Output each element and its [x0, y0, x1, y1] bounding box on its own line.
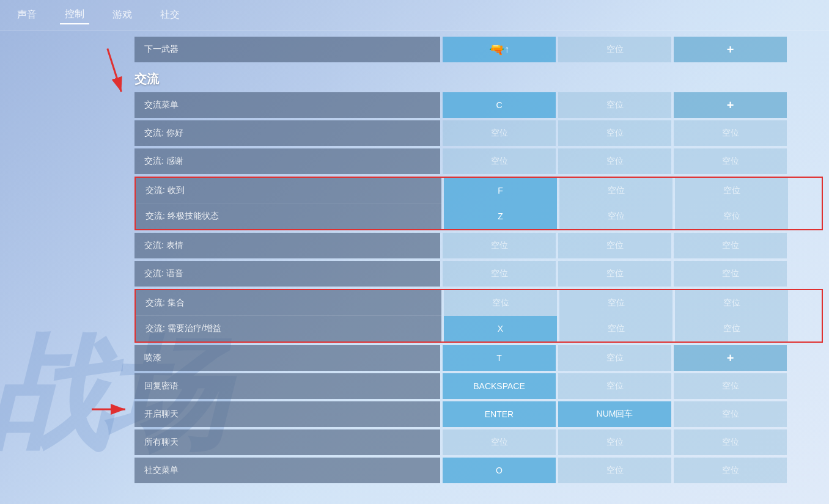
label-social-menu: 社交菜单	[134, 458, 440, 483]
slot-comm-received-2[interactable]: 空位	[559, 178, 672, 203]
slot-comm-ult-2[interactable]: 空位	[559, 203, 672, 229]
highlight-group-1: 交流: 收到 F 空位 空位 交流: 终极技能状态 Z 空位 空位	[134, 177, 823, 230]
label-comm-received: 交流: 收到	[136, 178, 441, 203]
slot-comm-emote-1[interactable]: 空位	[443, 233, 556, 258]
slot-reply-1[interactable]: BACKSPACE	[443, 373, 556, 399]
row-comm-hello: 交流: 你好 空位 空位 空位	[134, 120, 823, 146]
label-spray: 喷漆	[134, 345, 440, 371]
slot-comm-heal-2[interactable]: 空位	[559, 316, 672, 341]
section-header-communication: 交流	[134, 65, 823, 92]
slot-reply-3[interactable]: 空位	[674, 373, 787, 399]
row-comm-gather: 交流: 集合 空位 空位 空位	[136, 290, 822, 316]
slot-comm-heal-3[interactable]: 空位	[675, 316, 788, 341]
row-comm-ult: 交流: 终极技能状态 Z 空位 空位	[136, 203, 822, 229]
label-next-weapon: 下一武器	[134, 37, 440, 62]
slot-comm-gather-2[interactable]: 空位	[559, 290, 672, 316]
slot-comm-voice-1[interactable]: 空位	[443, 261, 556, 287]
slot-comm-gather-3[interactable]: 空位	[675, 290, 788, 316]
row-comm-menu: 交流菜单 C 空位 +	[134, 92, 823, 118]
slot-comm-voice-3[interactable]: 空位	[674, 261, 787, 287]
highlight-group-2: 交流: 集合 空位 空位 空位 交流: 需要治疗/增益 X 空位 空位	[134, 289, 823, 343]
slot-social-menu-3[interactable]: 空位	[674, 458, 787, 483]
slot-comm-thanks-2[interactable]: 空位	[558, 148, 671, 174]
label-comm-heal: 交流: 需要治疗/增益	[136, 316, 441, 341]
slot-comm-emote-3[interactable]: 空位	[674, 233, 787, 258]
slot-comm-received-3[interactable]: 空位	[675, 178, 788, 203]
slot-spray-2[interactable]: 空位	[558, 345, 671, 371]
svg-line-1	[92, 48, 137, 92]
slot-comm-menu-2[interactable]: 空位	[558, 92, 671, 118]
weapon-icon: 🔫	[489, 42, 504, 57]
slot-open-chat-1[interactable]: ENTER	[443, 401, 556, 427]
slot-spray-3[interactable]: +	[674, 345, 787, 371]
slot-comm-thanks-1[interactable]: 空位	[443, 148, 556, 174]
slot-comm-received-1[interactable]: F	[444, 178, 557, 203]
slot-comm-gather-1[interactable]: 空位	[444, 290, 557, 316]
label-comm-voice: 交流: 语音	[134, 261, 440, 287]
label-comm-menu: 交流菜单	[134, 92, 440, 118]
nav-item-social[interactable]: 社交	[155, 6, 185, 24]
nav-item-control[interactable]: 控制	[60, 5, 89, 24]
label-comm-ult: 交流: 终极技能状态	[136, 203, 441, 229]
main-content: 下一武器 🔫 ↑ 空位 + 交流 交流菜单 C 空位 + 交流: 你好 空位 空…	[134, 31, 823, 504]
slot-comm-heal-1[interactable]: X	[444, 316, 557, 341]
row-comm-heal: 交流: 需要治疗/增益 X 空位 空位	[136, 316, 822, 341]
slot-comm-hello-2[interactable]: 空位	[558, 120, 671, 146]
slot-comm-voice-2[interactable]: 空位	[558, 261, 671, 287]
slot-comm-thanks-3[interactable]: 空位	[674, 148, 787, 174]
row-comm-emote: 交流: 表情 空位 空位 空位	[134, 233, 823, 258]
label-comm-hello: 交流: 你好	[134, 120, 440, 146]
row-all-chat: 所有聊天 空位 空位 空位	[134, 429, 823, 455]
row-comm-thanks: 交流: 感谢 空位 空位 空位	[134, 148, 823, 174]
label-comm-emote: 交流: 表情	[134, 233, 440, 258]
row-next-weapon: 下一武器 🔫 ↑ 空位 +	[134, 37, 823, 62]
top-nav: 声音 控制 游戏 社交	[0, 0, 829, 31]
slot-reply-2[interactable]: 空位	[558, 373, 671, 399]
slot-social-menu-2[interactable]: 空位	[558, 458, 671, 483]
arrow-bottom-indicator	[89, 400, 131, 423]
slot-next-weapon-2[interactable]: 空位	[558, 37, 671, 62]
row-open-chat: 开启聊天 ENTER NUM回车 空位	[134, 401, 823, 427]
nav-item-game[interactable]: 游戏	[108, 6, 137, 24]
row-spray: 喷漆 T 空位 +	[134, 345, 823, 371]
slot-comm-menu-1[interactable]: C	[443, 92, 556, 118]
label-reply: 回复密语	[134, 373, 440, 399]
slot-next-weapon-1[interactable]: 🔫 ↑	[443, 37, 556, 62]
slot-comm-hello-3[interactable]: 空位	[674, 120, 787, 146]
label-open-chat: 开启聊天	[134, 401, 440, 427]
slot-comm-hello-1[interactable]: 空位	[443, 120, 556, 146]
slot-comm-ult-1[interactable]: Z	[444, 203, 557, 229]
weapon-arrow: ↑	[504, 44, 509, 55]
label-comm-gather: 交流: 集合	[136, 290, 441, 316]
label-all-chat: 所有聊天	[134, 429, 440, 455]
slot-spray-1[interactable]: T	[443, 345, 556, 371]
slot-comm-menu-3[interactable]: +	[674, 92, 787, 118]
slot-next-weapon-3[interactable]: +	[674, 37, 787, 62]
slot-all-chat-2[interactable]: 空位	[558, 429, 671, 455]
row-comm-voice: 交流: 语音 空位 空位 空位	[134, 261, 823, 287]
slot-comm-ult-3[interactable]: 空位	[675, 203, 788, 229]
slot-all-chat-3[interactable]: 空位	[674, 429, 787, 455]
slot-social-menu-1[interactable]: O	[443, 458, 556, 483]
nav-item-sound[interactable]: 声音	[12, 6, 42, 24]
row-social-menu: 社交菜单 O 空位 空位	[134, 458, 823, 483]
row-comm-received: 交流: 收到 F 空位 空位	[136, 178, 822, 203]
row-reply: 回复密语 BACKSPACE 空位 空位	[134, 373, 823, 399]
slot-open-chat-3[interactable]: 空位	[674, 401, 787, 427]
slot-all-chat-1[interactable]: 空位	[443, 429, 556, 455]
slot-comm-emote-2[interactable]: 空位	[558, 233, 671, 258]
slot-open-chat-2[interactable]: NUM回车	[558, 401, 671, 427]
label-comm-thanks: 交流: 感谢	[134, 148, 440, 174]
